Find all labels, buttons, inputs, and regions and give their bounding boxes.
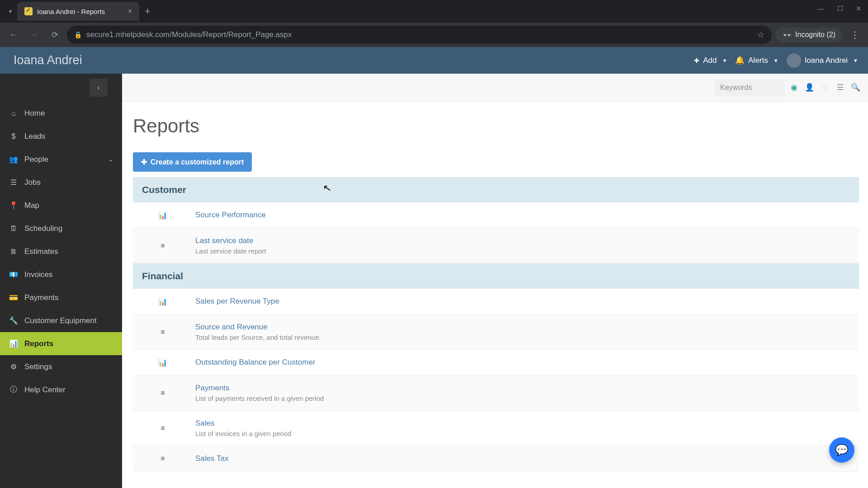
report-link[interactable]: Sales per Revenue Type [195,297,279,305]
sidebar-collapse-button[interactable]: ‹ [90,79,108,97]
incognito-icon: 👓 [783,31,792,39]
search-placeholder: Keywords [720,84,752,92]
reload-button[interactable]: ⟳ [46,26,63,43]
circle-icon[interactable]: ○ [818,79,831,96]
report-link[interactable]: Outstanding Balance per Customer [195,358,316,366]
create-label: Create a customized report [151,158,244,166]
maximize-icon[interactable]: ☐ [837,5,843,13]
sidebar: ‹ ⌂Home$Leads👥People⌄☰Jobs📍Map🗓Schedulin… [0,74,122,488]
close-window-icon[interactable]: ✕ [856,5,862,13]
minimize-icon[interactable]: — [818,5,825,13]
chat-icon: 💬 [835,444,849,456]
site-info-icon[interactable]: 🔒 [74,31,82,38]
nav-label: Jobs [24,178,41,187]
report-link[interactable]: Payments [195,384,230,392]
sidebar-item-home[interactable]: ⌂Home [0,102,122,125]
header-right: ✚ Add ▼ 🔔 Alerts ▼ Ioana Andrei ▼ [694,53,858,68]
sidebar-item-leads[interactable]: $Leads [0,125,122,148]
report-text: SalesList of invoices in a given period [195,419,292,437]
browser-chrome: ▾ Ioana Andrei - Reports × + ← → ⟳ 🔒 sec… [0,0,868,47]
report-link[interactable]: Source and Revenue [195,323,268,331]
report-text: Last service dateLast service date repor… [195,236,266,255]
report-row[interactable]: ≡Last service dateLast service date repo… [133,228,859,263]
nav-icon: 🔧 [9,316,18,325]
sidebar-item-estimates[interactable]: 🗎Estimates [0,240,122,263]
nav-icon: ⓘ [9,385,18,394]
bell-icon: 🔔 [735,56,745,65]
list-icon: ≡ [157,328,168,336]
url-field[interactable]: 🔒 secure1.mhelpdesk.com/Modules/Report/R… [67,26,772,44]
chevron-down-icon: ▼ [853,58,858,63]
search-input[interactable]: Keywords [715,79,785,96]
browser-tab[interactable]: Ioana Andrei - Reports × [17,2,139,21]
report-link[interactable]: Sales Tax [195,454,228,463]
report-link[interactable]: Sales [195,419,215,427]
toolbar: Keywords ◉ 👤 ○ ☰ 🔍 [122,74,868,102]
report-row[interactable]: ≡PaymentsList of payments received in a … [133,375,859,411]
nav-icon: 📊 [9,339,18,348]
sidebar-item-customer-equipment[interactable]: 🔧Customer Equipment [0,309,122,332]
list-icon: ≡ [157,389,168,397]
chevron-left-icon: ‹ [97,84,99,92]
app-header: Ioana Andrei ✚ Add ▼ 🔔 Alerts ▼ Ioana An… [0,47,868,74]
new-tab-button[interactable]: + [139,5,156,17]
main: Keywords ◉ 👤 ○ ☰ 🔍 Reports ✚ Create a cu… [122,74,868,488]
favicon-icon [24,7,33,15]
sidebar-item-scheduling[interactable]: 🗓Scheduling [0,217,122,240]
user-menu[interactable]: Ioana Andrei ▼ [787,53,858,68]
user-name: Ioana Andrei [805,56,848,65]
sidebar-item-reports[interactable]: 📊Reports [0,332,122,355]
report-row[interactable]: ≡SalesList of invoices in a given period [133,411,859,446]
report-row[interactable]: 📊Outstanding Balance per Customer [133,350,859,375]
report-text: Source and RevenueTotal leads per Source… [195,323,321,341]
report-link[interactable]: Source Performance [195,211,266,219]
nav-icon: $ [9,132,18,141]
people-filter-icon[interactable]: 👤 [803,79,816,96]
sidebar-item-settings[interactable]: ⚙Settings [0,355,122,378]
back-button[interactable]: ← [5,26,22,43]
nav-icon: 🗎 [9,248,18,256]
incognito-badge[interactable]: 👓 Incognito (2) [775,28,843,42]
add-button[interactable]: ✚ Add ▼ [694,56,727,65]
nav-label: Scheduling [24,224,62,233]
app-layout: ‹ ⌂Home$Leads👥People⌄☰Jobs📍Map🗓Schedulin… [0,74,868,488]
sidebar-item-map[interactable]: 📍Map [0,194,122,217]
forward-button[interactable]: → [25,26,42,43]
section-header: Customer [133,177,859,202]
sidebar-item-help-center[interactable]: ⓘHelp Center [0,378,122,401]
nav-icon: ⚙ [9,362,18,371]
close-tab-icon[interactable]: × [128,7,132,15]
sidebar-item-invoices[interactable]: 💶Invoices [0,263,122,286]
section-header: Financial [133,263,859,289]
sidebar-item-payments[interactable]: 💳Payments [0,286,122,309]
incognito-label: Incognito (2) [795,31,835,39]
record-icon[interactable]: ◉ [788,79,800,96]
report-link[interactable]: Last service date [195,236,254,245]
report-desc: List of invoices in a given period [195,430,292,437]
chart-icon: 📊 [157,297,168,306]
browser-menu-icon[interactable]: ⋮ [846,26,863,43]
nav-label: Invoices [24,270,52,279]
tab-search-dropdown[interactable]: ▾ [4,5,17,18]
alerts-button[interactable]: 🔔 Alerts ▼ [735,56,778,65]
nav-icon: 💳 [9,293,18,302]
chart-icon: 📊 [157,211,168,220]
sidebar-collapse-row: ‹ [0,74,122,102]
bookmark-icon[interactable]: ☆ [757,30,764,40]
report-row[interactable]: 📊Source Performance [133,202,859,228]
chevron-down-icon: ▼ [722,58,727,63]
list-view-icon[interactable]: ☰ [834,79,846,96]
report-row[interactable]: ≡Source and RevenueTotal leads per Sourc… [133,314,859,350]
chart-icon: 📊 [157,358,168,367]
address-bar: ← → ⟳ 🔒 secure1.mhelpdesk.com/Modules/Re… [0,23,868,47]
report-row[interactable]: 📊Sales per Revenue Type [133,289,859,314]
nav-icon: 🗓 [9,225,18,233]
create-report-button[interactable]: ✚ Create a customized report [133,152,252,172]
sidebar-item-people[interactable]: 👥People⌄ [0,148,122,171]
nav-icon: ⌂ [9,109,18,117]
nav-label: Settings [24,362,52,371]
sidebar-item-jobs[interactable]: ☰Jobs [0,171,122,194]
chat-bubble-button[interactable]: 💬 [829,437,854,463]
report-row[interactable]: ≡Sales Tax [133,446,859,472]
search-icon[interactable]: 🔍 [849,79,862,96]
